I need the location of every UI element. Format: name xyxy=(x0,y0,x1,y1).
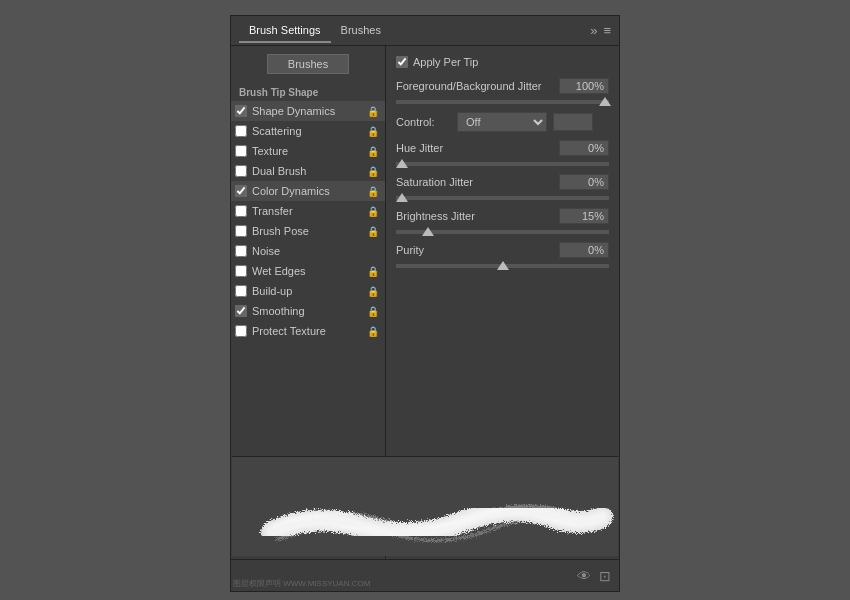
sidebar-item-dual-brush[interactable]: Dual Brush 🔒 xyxy=(231,161,385,181)
brush-preview-svg xyxy=(232,457,618,556)
sidebar-item-brush-pose[interactable]: Brush Pose 🔒 xyxy=(231,221,385,241)
fg-bg-jitter-thumb[interactable] xyxy=(599,97,611,106)
checkbox-brush-pose[interactable] xyxy=(235,225,247,237)
sidebar-item-scattering[interactable]: Scattering 🔒 xyxy=(231,121,385,141)
purity-label: Purity xyxy=(396,244,559,256)
lock-icon-color-dynamics: 🔒 xyxy=(367,186,379,197)
checkbox-scattering[interactable] xyxy=(235,125,247,137)
label-protect-texture: Protect Texture xyxy=(252,325,367,337)
preview-area xyxy=(232,456,618,556)
sidebar-item-smoothing[interactable]: Smoothing 🔒 xyxy=(231,301,385,321)
label-transfer: Transfer xyxy=(252,205,367,217)
hue-jitter-label: Hue Jitter xyxy=(396,142,559,154)
saturation-jitter-track xyxy=(396,196,609,200)
sidebar-item-color-dynamics[interactable]: Color Dynamics 🔒 xyxy=(231,181,385,201)
brightness-jitter-input[interactable] xyxy=(559,208,609,224)
purity-row: Purity xyxy=(396,242,609,258)
checkbox-transfer[interactable] xyxy=(235,205,247,217)
header-icons: » ≡ xyxy=(590,23,611,38)
sidebar-item-transfer[interactable]: Transfer 🔒 xyxy=(231,201,385,221)
hue-jitter-input[interactable] xyxy=(559,140,609,156)
brightness-jitter-track xyxy=(396,230,609,234)
sidebar-item-build-up[interactable]: Build-up 🔒 xyxy=(231,281,385,301)
checkbox-wet-edges[interactable] xyxy=(235,265,247,277)
sidebar-item-shape-dynamics[interactable]: Shape Dynamics 🔒 xyxy=(231,101,385,121)
hue-jitter-row: Hue Jitter xyxy=(396,140,609,156)
lock-icon-dual-brush: 🔒 xyxy=(367,166,379,177)
main-container: Brush Settings Brushes » ≡ Brushes Brush… xyxy=(0,0,850,600)
canvas-icon[interactable]: ⊡ xyxy=(599,568,611,584)
label-wet-edges: Wet Edges xyxy=(252,265,367,277)
label-texture: Texture xyxy=(252,145,367,157)
brightness-jitter-thumb[interactable] xyxy=(422,227,434,236)
brightness-jitter-row: Brightness Jitter xyxy=(396,208,609,224)
lock-icon-transfer: 🔒 xyxy=(367,206,379,217)
lock-icon-build-up: 🔒 xyxy=(367,286,379,297)
label-noise: Noise xyxy=(252,245,379,257)
tab-brushes[interactable]: Brushes xyxy=(331,19,391,43)
control-select[interactable]: Off Fade Pen Pressure Pen Tilt Stylus Wh… xyxy=(457,112,547,132)
watermark: 图层权限声明 WWW.MISSYUAN.COM xyxy=(233,578,370,589)
label-smoothing: Smoothing xyxy=(252,305,367,317)
brush-settings-panel: Brush Settings Brushes » ≡ Brushes Brush… xyxy=(230,15,620,592)
checkbox-texture[interactable] xyxy=(235,145,247,157)
checkbox-protect-texture[interactable] xyxy=(235,325,247,337)
checkbox-noise[interactable] xyxy=(235,245,247,257)
lock-icon-smoothing: 🔒 xyxy=(367,306,379,317)
menu-icon[interactable]: ≡ xyxy=(603,23,611,38)
lock-icon-texture: 🔒 xyxy=(367,146,379,157)
saturation-jitter-input[interactable] xyxy=(559,174,609,190)
control-value-box xyxy=(553,113,593,131)
checkbox-dual-brush[interactable] xyxy=(235,165,247,177)
label-build-up: Build-up xyxy=(252,285,367,297)
label-scattering: Scattering xyxy=(252,125,367,137)
fg-bg-jitter-track xyxy=(396,100,609,104)
fg-bg-jitter-input[interactable] xyxy=(559,78,609,94)
saturation-jitter-thumb[interactable] xyxy=(396,193,408,202)
hue-jitter-thumb[interactable] xyxy=(396,159,408,168)
lock-icon-protect-texture: 🔒 xyxy=(367,326,379,337)
label-shape-dynamics: Shape Dynamics xyxy=(252,105,367,117)
fg-bg-jitter-row: Foreground/Background Jitter xyxy=(396,78,609,94)
brushes-button[interactable]: Brushes xyxy=(267,54,349,74)
brightness-jitter-label: Brightness Jitter xyxy=(396,210,559,222)
lock-icon-brush-pose: 🔒 xyxy=(367,226,379,237)
label-brush-pose: Brush Pose xyxy=(252,225,367,237)
sidebar-item-texture[interactable]: Texture 🔒 xyxy=(231,141,385,161)
apply-per-tip-label: Apply Per Tip xyxy=(413,56,478,68)
expand-icon[interactable]: » xyxy=(590,23,597,38)
hue-jitter-slider[interactable] xyxy=(396,162,609,166)
panel-header: Brush Settings Brushes » ≡ xyxy=(231,16,619,46)
fg-bg-jitter-label: Foreground/Background Jitter xyxy=(396,80,559,92)
checkbox-build-up[interactable] xyxy=(235,285,247,297)
apply-per-tip-row: Apply Per Tip xyxy=(396,56,609,68)
checkbox-smoothing[interactable] xyxy=(235,305,247,317)
saturation-jitter-label: Saturation Jitter xyxy=(396,176,559,188)
lock-icon-wet-edges: 🔒 xyxy=(367,266,379,277)
fg-bg-jitter-slider[interactable] xyxy=(396,100,609,104)
eye-icon[interactable]: 👁 xyxy=(577,568,591,584)
brightness-jitter-slider[interactable] xyxy=(396,230,609,234)
brush-tip-shape-title: Brush Tip Shape xyxy=(231,84,385,101)
tab-brush-settings[interactable]: Brush Settings xyxy=(239,19,331,43)
panel-body-wrapper: Brushes Brush Tip Shape Shape Dynamics 🔒… xyxy=(231,46,619,591)
saturation-jitter-slider[interactable] xyxy=(396,196,609,200)
checkbox-shape-dynamics[interactable] xyxy=(235,105,247,117)
purity-input[interactable] xyxy=(559,242,609,258)
sidebar-item-wet-edges[interactable]: Wet Edges 🔒 xyxy=(231,261,385,281)
brushes-btn-container: Brushes xyxy=(231,54,385,74)
purity-track xyxy=(396,264,609,268)
lock-icon-shape-dynamics: 🔒 xyxy=(367,106,379,117)
saturation-jitter-row: Saturation Jitter xyxy=(396,174,609,190)
label-color-dynamics: Color Dynamics xyxy=(252,185,367,197)
label-dual-brush: Dual Brush xyxy=(252,165,367,177)
sidebar-item-noise[interactable]: Noise xyxy=(231,241,385,261)
purity-thumb[interactable] xyxy=(497,261,509,270)
apply-per-tip-checkbox[interactable] xyxy=(396,56,408,68)
lock-icon-scattering: 🔒 xyxy=(367,126,379,137)
purity-slider[interactable] xyxy=(396,264,609,268)
hue-jitter-track xyxy=(396,162,609,166)
checkbox-color-dynamics[interactable] xyxy=(235,185,247,197)
control-label: Control: xyxy=(396,116,451,128)
sidebar-item-protect-texture[interactable]: Protect Texture 🔒 xyxy=(231,321,385,341)
